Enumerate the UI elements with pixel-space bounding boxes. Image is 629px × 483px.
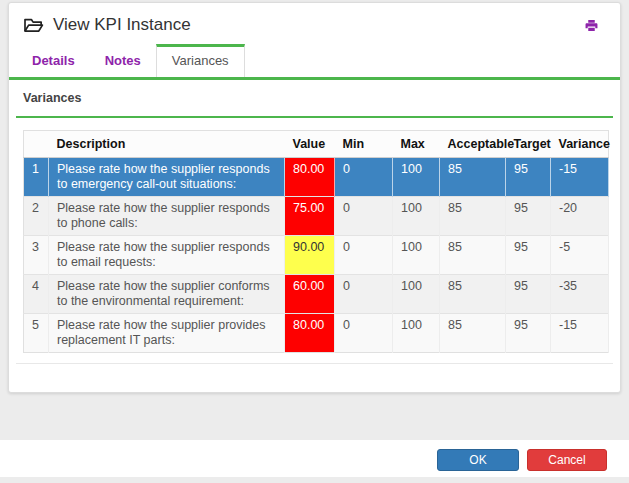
cell-min: 0 [335, 197, 393, 236]
cell-acceptable: 85 [440, 236, 506, 275]
cell-acceptable: 85 [440, 158, 506, 197]
table-row[interactable]: 1Please rate how the supplier responds t… [24, 158, 609, 197]
cell-value: 75.00 [285, 197, 335, 236]
cell-min: 0 [335, 275, 393, 314]
cell-value: 80.00 [285, 314, 335, 353]
cell-num: 4 [24, 275, 49, 314]
cell-acceptable: 85 [440, 314, 506, 353]
cell-num: 1 [24, 158, 49, 197]
cell-variance: -15 [551, 314, 609, 353]
cell-target: 95 [506, 158, 551, 197]
column-header-max: Max [393, 131, 440, 158]
cell-target: 95 [506, 314, 551, 353]
print-icon[interactable] [585, 19, 598, 32]
table-row[interactable]: 4Please rate how the supplier conforms t… [24, 275, 609, 314]
table-row[interactable]: 5Please rate how the supplier provides r… [24, 314, 609, 353]
table-row[interactable]: 3Please rate how the supplier responds t… [24, 236, 609, 275]
column-header-variance: Variance [551, 131, 609, 158]
tab-details[interactable]: Details [17, 45, 90, 77]
tab-notes[interactable]: Notes [90, 45, 156, 77]
cell-variance: -20 [551, 197, 609, 236]
open-folder-icon [23, 17, 44, 34]
column-header-value: Value [285, 131, 335, 158]
cell-min: 0 [335, 158, 393, 197]
cell-variance: -5 [551, 236, 609, 275]
tab-variances[interactable]: Variances [156, 44, 245, 77]
cell-target: 95 [506, 275, 551, 314]
column-header-min: Min [335, 131, 393, 158]
dialog-header: View KPI Instance [9, 3, 620, 37]
cell-value: 60.00 [285, 275, 335, 314]
cell-max: 100 [393, 158, 440, 197]
variances-table: Description Value Min Max Acceptable Tar… [23, 130, 609, 353]
column-header-num [24, 131, 49, 158]
cell-target: 95 [506, 236, 551, 275]
cell-variance: -15 [551, 158, 609, 197]
cell-max: 100 [393, 236, 440, 275]
panel-bottom-divider [16, 363, 613, 364]
table-row[interactable]: 2Please rate how the supplier responds t… [24, 197, 609, 236]
ok-button[interactable]: OK [437, 449, 519, 471]
footer-bar: OK Cancel [0, 440, 629, 477]
column-header-acceptable: Acceptable [440, 131, 506, 158]
cell-num: 5 [24, 314, 49, 353]
variances-section: Variances Description Value Min Max Acce… [9, 91, 620, 364]
cell-min: 0 [335, 314, 393, 353]
cell-acceptable: 85 [440, 275, 506, 314]
cell-value: 80.00 [285, 158, 335, 197]
cell-acceptable: 85 [440, 197, 506, 236]
cell-num: 3 [24, 236, 49, 275]
view-kpi-instance-dialog: View KPI Instance Details Notes Variance… [8, 2, 621, 393]
table-header-row: Description Value Min Max Acceptable Tar… [24, 131, 609, 158]
cell-min: 0 [335, 236, 393, 275]
cell-description: Please rate how the supplier responds to… [49, 158, 285, 197]
cell-description: Please rate how the supplier responds to… [49, 197, 285, 236]
section-title: Variances [23, 91, 606, 105]
section-divider [16, 116, 613, 118]
tab-bar: Details Notes Variances [9, 44, 620, 80]
cell-description: Please rate how the supplier responds to… [49, 236, 285, 275]
cell-value: 90.00 [285, 236, 335, 275]
cell-max: 100 [393, 275, 440, 314]
cell-variance: -35 [551, 275, 609, 314]
cell-description: Please rate how the supplier provides re… [49, 314, 285, 353]
cell-max: 100 [393, 314, 440, 353]
cell-target: 95 [506, 197, 551, 236]
page-title: View KPI Instance [53, 15, 585, 35]
cell-num: 2 [24, 197, 49, 236]
cell-description: Please rate how the supplier conforms to… [49, 275, 285, 314]
cancel-button[interactable]: Cancel [527, 449, 607, 471]
column-header-description: Description [49, 131, 285, 158]
cell-max: 100 [393, 197, 440, 236]
